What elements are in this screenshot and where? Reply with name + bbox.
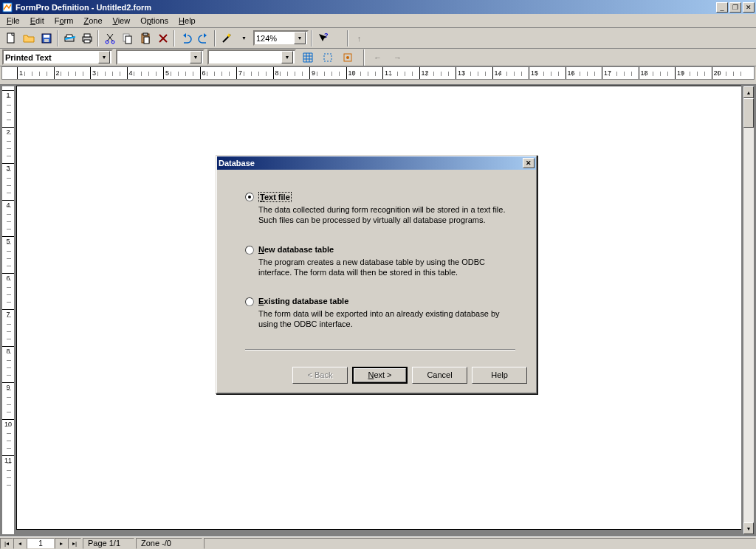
- dialog-titlebar[interactable]: Database ✕: [217, 156, 536, 170]
- menu-view[interactable]: View: [108, 15, 136, 27]
- prev-page-button[interactable]: ◂: [13, 538, 27, 549]
- svg-rect-0: [3, 3, 12, 12]
- save-button[interactable]: [38, 30, 55, 46]
- dialog-title-text: Database: [219, 159, 255, 168]
- minimize-button[interactable]: _: [716, 2, 728, 13]
- scroll-up-button[interactable]: ▲: [743, 86, 754, 98]
- page-info-panel: Page 1/1: [83, 538, 134, 549]
- radio-existing-table[interactable]: [245, 297, 254, 306]
- window-title: FormPro Definition - Untitled2.form: [16, 3, 716, 12]
- field-type-value: Printed Text: [5, 53, 52, 62]
- cut-button[interactable]: [101, 30, 118, 46]
- horizontal-ruler: 1234567891011121314151617181920: [1, 66, 755, 80]
- svg-rect-7: [84, 34, 90, 37]
- menubar: File Edit Form Zone View Options Help: [0, 14, 756, 28]
- arrow-right-button[interactable]: →: [389, 49, 406, 66]
- svg-rect-3: [44, 35, 49, 38]
- back-button: < Back: [292, 367, 348, 384]
- svg-rect-14: [143, 33, 148, 35]
- vertical-ruler: 1234567891011: [1, 86, 15, 535]
- open-button[interactable]: [20, 30, 37, 46]
- svg-rect-15: [144, 37, 149, 44]
- grid-snap-icon[interactable]: [319, 49, 336, 66]
- next-button[interactable]: Next >: [352, 367, 408, 384]
- cancel-button[interactable]: Cancel: [412, 367, 467, 384]
- first-page-button[interactable]: |◂: [0, 538, 13, 549]
- zoom-value: 124%: [256, 34, 277, 43]
- new-button[interactable]: [2, 30, 19, 46]
- radio-new-table-label[interactable]: New database table: [258, 245, 334, 254]
- svg-rect-12: [126, 36, 131, 44]
- titlebar: FormPro Definition - Untitled2.form _ ❐ …: [0, 0, 756, 14]
- svg-rect-1: [7, 33, 14, 43]
- scroll-track[interactable]: [743, 128, 754, 522]
- scroll-thumb[interactable]: [743, 98, 754, 128]
- svg-rect-8: [84, 40, 90, 43]
- close-window-button[interactable]: ✕: [743, 2, 755, 13]
- svg-rect-4: [44, 39, 49, 42]
- combo-3[interactable]: ▼: [207, 49, 296, 65]
- status-message-panel: [204, 538, 756, 549]
- help-button[interactable]: Help: [472, 367, 527, 384]
- scroll-down-button[interactable]: ▼: [743, 522, 754, 534]
- page-number-input[interactable]: [27, 538, 55, 549]
- field-toolbar: Printed Text ▼ ▼ ▼ ← →: [0, 49, 756, 66]
- field-type-combo[interactable]: Printed Text ▼: [2, 49, 113, 65]
- dropdown-tool-button[interactable]: ▼: [236, 30, 252, 46]
- app-icon: [1, 1, 13, 13]
- zone-info-panel: Zone -/0: [136, 538, 202, 549]
- print-button[interactable]: [78, 30, 95, 46]
- combo-2[interactable]: ▼: [116, 49, 205, 65]
- zoom-combo[interactable]: 124% ▼: [253, 30, 309, 46]
- statusbar: |◂ ◂ ▸ ▸| Page 1/1 Zone -/0: [0, 536, 756, 549]
- vertical-scrollbar[interactable]: ▲ ▼: [743, 86, 755, 535]
- delete-button[interactable]: [154, 30, 171, 46]
- database-dialog: Database ✕ Text file The data collected …: [216, 155, 537, 394]
- menu-options[interactable]: Options: [135, 15, 173, 27]
- scan-button[interactable]: [61, 30, 78, 46]
- field-type-dropdown-icon[interactable]: ▼: [98, 51, 110, 63]
- arrow-left-button[interactable]: ←: [369, 49, 386, 66]
- grid-settings-icon[interactable]: [339, 49, 356, 66]
- dialog-separator: [245, 349, 515, 351]
- svg-rect-17: [324, 54, 331, 61]
- svg-text:?: ?: [324, 32, 329, 39]
- copy-button[interactable]: [119, 30, 136, 46]
- grid-icon[interactable]: [299, 49, 316, 66]
- radio-text-file-label[interactable]: Text file: [258, 192, 292, 202]
- dialog-close-button[interactable]: ✕: [523, 158, 535, 168]
- wand-button[interactable]: [218, 30, 235, 46]
- paste-button[interactable]: [137, 30, 154, 46]
- radio-new-table[interactable]: [245, 246, 254, 255]
- menu-form[interactable]: Form: [49, 15, 79, 27]
- menu-file[interactable]: File: [1, 15, 25, 27]
- arrow-up-button[interactable]: ↑: [351, 30, 368, 46]
- svg-point-19: [346, 56, 349, 59]
- zoom-dropdown-icon[interactable]: ▼: [294, 32, 306, 44]
- menu-edit[interactable]: Edit: [25, 15, 49, 27]
- menu-help[interactable]: Help: [173, 15, 201, 27]
- last-page-button[interactable]: ▸|: [68, 538, 81, 549]
- radio-new-table-desc: The program creates a new database table…: [258, 257, 509, 278]
- next-page-button[interactable]: ▸: [55, 538, 68, 549]
- radio-text-file-desc: The data collected during form recogniti…: [258, 204, 509, 226]
- main-toolbar: ▼ 124% ▼ ? ↑: [0, 28, 756, 49]
- maximize-button[interactable]: ❐: [729, 2, 741, 13]
- radio-text-file[interactable]: [245, 193, 254, 201]
- undo-button[interactable]: [177, 30, 194, 46]
- radio-existing-table-desc: The form data will be exported into an a…: [258, 308, 509, 330]
- menu-zone[interactable]: Zone: [78, 15, 107, 27]
- radio-existing-table-label[interactable]: Existing database table: [258, 297, 348, 305]
- redo-button[interactable]: [195, 30, 212, 46]
- help-context-button[interactable]: ?: [315, 30, 331, 46]
